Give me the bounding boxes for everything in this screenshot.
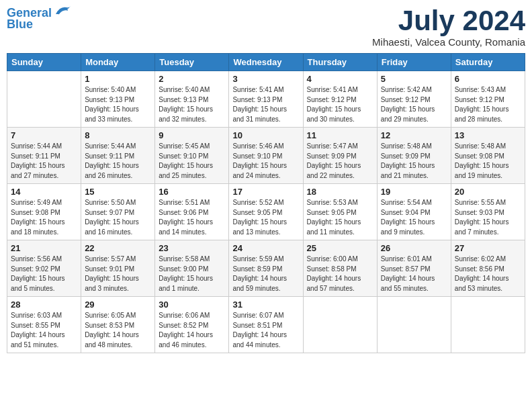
logo: General Blue [7,7,72,32]
title-area: July 2024 Mihaesti, Valcea County, Roman… [372,7,525,48]
day-cell-19: 19Sunrise: 5:54 AM Sunset: 9:04 PM Dayli… [377,184,451,240]
day-cell-18: 18Sunrise: 5:53 AM Sunset: 9:05 PM Dayli… [303,184,377,240]
day-info: Sunrise: 5:59 AM Sunset: 8:59 PM Dayligh… [232,255,299,293]
calendar-week-3: 14Sunrise: 5:49 AM Sunset: 9:08 PM Dayli… [7,184,525,240]
day-number: 6 [455,74,521,84]
day-info: Sunrise: 5:47 AM Sunset: 9:09 PM Dayligh… [307,142,373,181]
day-cell-14: 14Sunrise: 5:49 AM Sunset: 9:08 PM Dayli… [7,184,81,240]
day-number: 19 [381,187,447,197]
logo-blue: Blue [7,17,33,32]
day-cell-7: 7Sunrise: 5:44 AM Sunset: 9:11 PM Daylig… [7,128,81,184]
logo-bird-icon [53,5,72,18]
day-cell-11: 11Sunrise: 5:47 AM Sunset: 9:09 PM Dayli… [303,128,377,184]
day-info: Sunrise: 5:58 AM Sunset: 9:00 PM Dayligh… [159,255,225,293]
day-cell-20: 20Sunrise: 5:55 AM Sunset: 9:03 PM Dayli… [451,184,525,240]
day-header-monday: Monday [81,54,155,71]
day-cell-24: 24Sunrise: 5:59 AM Sunset: 8:59 PM Dayli… [229,240,303,297]
day-info: Sunrise: 5:50 AM Sunset: 9:07 PM Dayligh… [85,198,151,237]
day-number: 9 [159,130,225,140]
day-cell-8: 8Sunrise: 5:44 AM Sunset: 9:11 PM Daylig… [81,128,155,184]
day-info: Sunrise: 5:40 AM Sunset: 9:13 PM Dayligh… [85,85,151,124]
day-info: Sunrise: 5:54 AM Sunset: 9:04 PM Dayligh… [381,198,447,237]
calendar-table: SundayMondayTuesdayWednesdayThursdayFrid… [7,53,525,353]
day-cell-30: 30Sunrise: 6:06 AM Sunset: 8:52 PM Dayli… [155,297,229,353]
day-cell-23: 23Sunrise: 5:58 AM Sunset: 9:00 PM Dayli… [155,240,229,297]
day-cell-22: 22Sunrise: 5:57 AM Sunset: 9:01 PM Dayli… [81,240,155,297]
day-header-wednesday: Wednesday [229,54,303,71]
day-number: 28 [11,300,77,310]
day-number: 15 [85,187,151,197]
day-header-friday: Friday [377,54,451,71]
day-number: 8 [85,130,151,140]
day-info: Sunrise: 5:55 AM Sunset: 9:03 PM Dayligh… [455,198,521,237]
day-number: 11 [307,130,373,140]
empty-cell [303,297,377,353]
day-info: Sunrise: 5:45 AM Sunset: 9:10 PM Dayligh… [159,142,225,181]
day-info: Sunrise: 5:56 AM Sunset: 9:02 PM Dayligh… [11,255,77,293]
day-info: Sunrise: 6:01 AM Sunset: 8:57 PM Dayligh… [381,255,447,293]
day-number: 17 [232,187,299,197]
day-number: 29 [85,300,151,310]
day-info: Sunrise: 5:49 AM Sunset: 9:08 PM Dayligh… [11,198,77,237]
day-info: Sunrise: 5:52 AM Sunset: 9:05 PM Dayligh… [232,198,299,237]
day-number: 7 [11,130,77,140]
day-number: 14 [11,187,77,197]
day-header-saturday: Saturday [451,54,525,71]
day-number: 13 [455,130,521,140]
day-cell-4: 4Sunrise: 5:41 AM Sunset: 9:12 PM Daylig… [303,71,377,128]
day-number: 27 [455,243,521,253]
day-info: Sunrise: 6:05 AM Sunset: 8:53 PM Dayligh… [85,311,151,350]
day-cell-3: 3Sunrise: 5:41 AM Sunset: 9:13 PM Daylig… [229,71,303,128]
day-info: Sunrise: 5:43 AM Sunset: 9:12 PM Dayligh… [455,85,521,124]
day-header-sunday: Sunday [7,54,81,71]
day-cell-1: 1Sunrise: 5:40 AM Sunset: 9:13 PM Daylig… [81,71,155,128]
day-info: Sunrise: 6:03 AM Sunset: 8:55 PM Dayligh… [11,311,77,350]
day-number: 4 [307,74,373,84]
day-info: Sunrise: 5:57 AM Sunset: 9:01 PM Dayligh… [85,255,151,293]
day-number: 21 [11,243,77,253]
day-number: 2 [159,74,225,84]
day-info: Sunrise: 5:48 AM Sunset: 9:09 PM Dayligh… [381,142,447,181]
month-title: July 2024 [372,7,525,35]
day-number: 26 [381,243,447,253]
day-info: Sunrise: 5:40 AM Sunset: 9:13 PM Dayligh… [159,85,225,124]
day-info: Sunrise: 5:44 AM Sunset: 9:11 PM Dayligh… [85,142,151,181]
day-number: 3 [232,74,299,84]
day-info: Sunrise: 5:46 AM Sunset: 9:10 PM Dayligh… [232,142,299,181]
day-header-thursday: Thursday [303,54,377,71]
day-info: Sunrise: 5:42 AM Sunset: 9:12 PM Dayligh… [381,85,447,124]
day-cell-5: 5Sunrise: 5:42 AM Sunset: 9:12 PM Daylig… [377,71,451,128]
day-cell-28: 28Sunrise: 6:03 AM Sunset: 8:55 PM Dayli… [7,297,81,353]
day-info: Sunrise: 6:00 AM Sunset: 8:58 PM Dayligh… [307,255,373,293]
day-cell-10: 10Sunrise: 5:46 AM Sunset: 9:10 PM Dayli… [229,128,303,184]
calendar-header-row: SundayMondayTuesdayWednesdayThursdayFrid… [7,54,525,71]
day-cell-21: 21Sunrise: 5:56 AM Sunset: 9:02 PM Dayli… [7,240,81,297]
day-cell-27: 27Sunrise: 6:02 AM Sunset: 8:56 PM Dayli… [451,240,525,297]
day-cell-2: 2Sunrise: 5:40 AM Sunset: 9:13 PM Daylig… [155,71,229,128]
day-number: 1 [85,74,151,84]
day-number: 12 [381,130,447,140]
empty-cell [451,297,525,353]
day-header-tuesday: Tuesday [155,54,229,71]
day-cell-13: 13Sunrise: 5:48 AM Sunset: 9:08 PM Dayli… [451,128,525,184]
calendar-week-1: 1Sunrise: 5:40 AM Sunset: 9:13 PM Daylig… [7,71,525,128]
day-number: 10 [232,130,299,140]
day-info: Sunrise: 5:44 AM Sunset: 9:11 PM Dayligh… [11,142,77,181]
calendar-week-5: 28Sunrise: 6:03 AM Sunset: 8:55 PM Dayli… [7,297,525,353]
day-info: Sunrise: 5:51 AM Sunset: 9:06 PM Dayligh… [159,198,225,237]
day-info: Sunrise: 5:53 AM Sunset: 9:05 PM Dayligh… [307,198,373,237]
day-cell-16: 16Sunrise: 5:51 AM Sunset: 9:06 PM Dayli… [155,184,229,240]
day-info: Sunrise: 5:41 AM Sunset: 9:12 PM Dayligh… [307,85,373,124]
day-cell-9: 9Sunrise: 5:45 AM Sunset: 9:10 PM Daylig… [155,128,229,184]
day-cell-15: 15Sunrise: 5:50 AM Sunset: 9:07 PM Dayli… [81,184,155,240]
day-number: 24 [232,243,299,253]
page-header: General Blue July 2024 Mihaesti, Valcea … [7,7,525,48]
day-info: Sunrise: 6:02 AM Sunset: 8:56 PM Dayligh… [455,255,521,293]
day-number: 5 [381,74,447,84]
day-cell-31: 31Sunrise: 6:07 AM Sunset: 8:51 PM Dayli… [229,297,303,353]
empty-cell [377,297,451,353]
day-cell-25: 25Sunrise: 6:00 AM Sunset: 8:58 PM Dayli… [303,240,377,297]
day-number: 30 [159,300,225,310]
day-cell-6: 6Sunrise: 5:43 AM Sunset: 9:12 PM Daylig… [451,71,525,128]
day-number: 18 [307,187,373,197]
